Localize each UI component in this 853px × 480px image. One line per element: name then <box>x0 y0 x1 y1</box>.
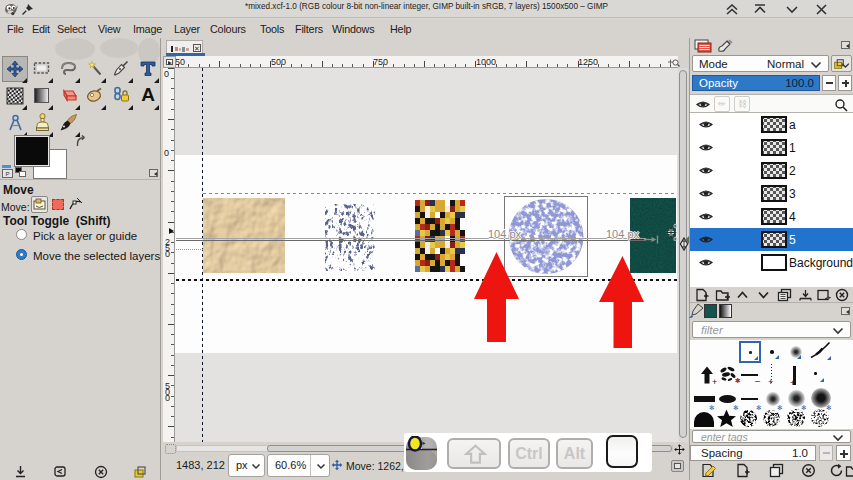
svg-text:0: 0 <box>674 236 678 241</box>
svg-text:0: 0 <box>674 223 678 229</box>
